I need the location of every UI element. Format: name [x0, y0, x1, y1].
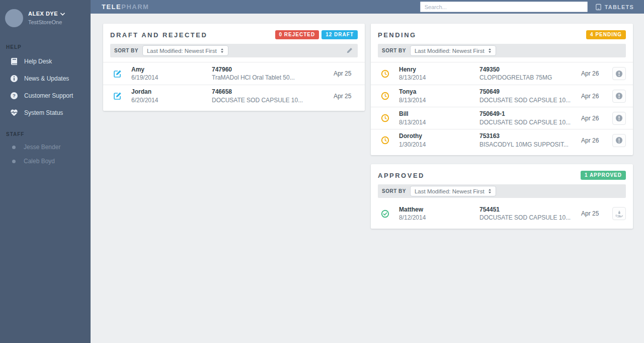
pickup-button[interactable]	[612, 207, 626, 220]
sort-by-label: SORT BY	[382, 188, 406, 194]
pending-count-badge: 4 PENDING	[586, 30, 626, 39]
approved-row[interactable]: Matthew 8/12/2014 754451 DOCUSATE SOD CA…	[371, 202, 633, 225]
drug-name: DOCUSATE SOD CAPSULE 10...	[479, 214, 577, 222]
patient-name: Amy	[131, 65, 212, 74]
user-name-row[interactable]: ALEX DYE	[28, 10, 65, 18]
clock-icon	[371, 114, 399, 122]
patient-name: Jordan	[131, 88, 212, 96]
tablets-label: TABLETS	[605, 4, 634, 10]
search-input[interactable]	[420, 2, 588, 12]
last-modified: Apr 26	[581, 115, 605, 122]
draft-count-badge: 12 DRAFT	[321, 30, 358, 39]
details-button[interactable]	[612, 67, 626, 80]
clock-icon	[371, 92, 399, 100]
drug-name: TraMADol HCl Oral Tablet 50...	[212, 74, 330, 82]
sort-select-value: Last Modified: Newest First	[147, 48, 217, 54]
sort-bar: SORT BY Last Modified: Newest First	[110, 44, 358, 57]
draft-row[interactable]: Amy 6/19/2014 747960 TraMADol HCl Oral T…	[103, 62, 365, 85]
question-circle-icon: ?	[10, 92, 18, 100]
exclamation-circle-icon	[615, 70, 623, 78]
pending-row[interactable]: Tonya 8/13/2014 750649 DOCUSATE SOD CAPS…	[371, 85, 633, 107]
patient-name: Tonya	[399, 88, 479, 96]
pending-row[interactable]: Bill 8/13/2014 750649-1 DOCUSATE SOD CAP…	[371, 107, 633, 129]
pending-panel: PENDING 4 PENDING SORT BY Last Modified:…	[371, 24, 633, 155]
svg-text:?: ?	[13, 93, 16, 98]
edit-panel-button[interactable]	[345, 46, 354, 55]
sort-arrows-icon	[488, 48, 492, 53]
staff-name: Caleb Boyd	[24, 158, 55, 165]
tablet-icon	[596, 4, 601, 11]
drug-name: DOCUSATE SOD CAPSULE 10...	[212, 96, 330, 104]
pending-row[interactable]: Dorothy 1/30/2014 753163 BISACODYL 10MG …	[371, 129, 633, 151]
patient-name: Henry	[399, 65, 479, 74]
drug-name: DOCUSATE SOD CAPSULE 10...	[479, 118, 577, 126]
rx-number: 746658	[212, 88, 330, 96]
patient-name: Bill	[399, 110, 479, 118]
exclamation-circle-icon	[615, 114, 623, 122]
sort-select-value: Last Modified: Newest First	[415, 48, 485, 54]
pending-row[interactable]: Henry 8/13/2014 749350 CLOPIDOGRELTAB 75…	[371, 62, 633, 85]
sort-select[interactable]: Last Modified: Newest First	[142, 45, 228, 56]
draft-rejected-panel: DRAFT AND REJECTED 0 REJECTED 12 DRAFT S…	[103, 24, 365, 111]
sidebar-item-label: News & Updates	[24, 75, 69, 82]
sort-select[interactable]: Last Modified: Newest First	[410, 45, 496, 56]
sort-by-label: SORT BY	[114, 48, 138, 53]
sort-select-value: Last Modified: Newest First	[415, 188, 485, 194]
sidebar-item-news-updates[interactable]: News & Updates	[0, 70, 91, 87]
avatar	[5, 9, 23, 27]
user-menu[interactable]: ALEX DYE TestStoreOne	[0, 0, 91, 34]
rx-number: 753163	[479, 132, 577, 140]
sidebar-item-system-status[interactable]: System Status	[0, 104, 91, 121]
details-button[interactable]	[612, 90, 626, 103]
heartbeat-icon	[10, 109, 18, 117]
patient-name: Dorothy	[399, 132, 479, 140]
sort-bar: SORT BY Last Modified: Newest First	[378, 184, 626, 198]
store-name: TestStoreOne	[28, 19, 65, 26]
last-modified: Apr 25	[581, 210, 605, 217]
edit-icon	[103, 92, 131, 100]
check-circle-icon	[371, 210, 399, 218]
help-section-header: HELP	[0, 44, 91, 50]
user-name: ALEX DYE	[28, 10, 58, 18]
panel-title: APPROVED	[378, 172, 425, 179]
book-icon	[10, 57, 18, 65]
draft-row[interactable]: Jordan 6/20/2014 746658 DOCUSATE SOD CAP…	[103, 85, 365, 107]
sidebar-item-customer-support[interactable]: ? Customer Support	[0, 87, 91, 104]
exclamation-circle-icon	[615, 136, 623, 144]
sidebar-item-label: Customer Support	[24, 92, 73, 99]
sidebar-item-staff-caleb-boyd[interactable]: Caleb Boyd	[0, 154, 91, 168]
sort-arrows-icon	[220, 48, 224, 53]
rx-number: 749350	[479, 65, 577, 74]
drug-name: DOCUSATE SOD CAPSULE 10...	[479, 96, 577, 104]
patient-date: 8/13/2014	[399, 96, 479, 104]
rx-number: 750649	[479, 88, 577, 96]
brand-secondary: PHARM	[121, 3, 149, 11]
sort-bar: SORT BY Last Modified: Newest First	[378, 44, 626, 57]
rejected-count-badge: 0 REJECTED	[275, 30, 319, 39]
brand-logo: TELEPHARM	[102, 3, 149, 11]
tablets-button[interactable]: TABLETS	[596, 4, 634, 11]
approved-panel: APPROVED 1 APPROVED SORT BY Last Modifie…	[371, 164, 633, 229]
main-content: DRAFT AND REJECTED 0 REJECTED 12 DRAFT S…	[91, 0, 644, 343]
staff-name: Jesse Bender	[24, 144, 60, 151]
last-modified: Apr 26	[581, 70, 605, 77]
rx-number: 747960	[212, 65, 330, 74]
sidebar-item-help-desk[interactable]: Help Desk	[0, 53, 91, 70]
patient-name: Matthew	[399, 205, 479, 214]
sidebar-item-staff-jesse-bender[interactable]: Jesse Bender	[0, 140, 91, 154]
last-modified: Apr 25	[334, 93, 358, 100]
sidebar-item-label: System Status	[24, 109, 63, 116]
status-dot-icon	[12, 146, 16, 149]
clock-icon	[371, 70, 399, 78]
details-button[interactable]	[612, 134, 626, 147]
last-modified: Apr 26	[581, 137, 605, 144]
sort-select[interactable]: Last Modified: Newest First	[410, 186, 496, 196]
details-button[interactable]	[612, 112, 626, 125]
pencil-icon	[346, 47, 353, 54]
brand-primary: TELE	[102, 3, 121, 11]
drug-name: CLOPIDOGRELTAB 75MG	[479, 74, 577, 82]
rx-number: 754451	[479, 205, 577, 214]
exclamation-circle-icon	[615, 92, 623, 100]
sort-by-label: SORT BY	[382, 48, 406, 53]
info-circle-icon	[10, 75, 18, 83]
